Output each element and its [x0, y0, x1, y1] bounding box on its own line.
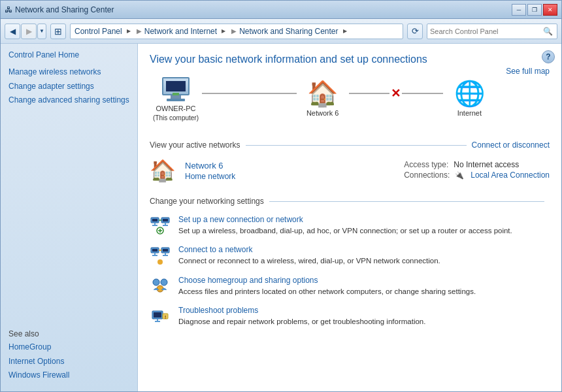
connections-row: Connections: 🔌 Local Area Connection: [404, 171, 550, 180]
svg-rect-7: [163, 225, 168, 226]
connect-network-link[interactable]: Connect to a network: [178, 245, 550, 254]
connect-network-desc: Connect or reconnect to a wireless, wire…: [178, 255, 550, 266]
see-also-title: See also: [8, 329, 129, 338]
homegroup-link[interactable]: Choose homegroup and sharing options: [178, 276, 550, 285]
internet-label: Internet: [457, 108, 482, 118]
svg-rect-13: [152, 249, 157, 252]
net-line-1: [202, 93, 297, 94]
settings-item-troubleshoot: ! Troubleshoot problems Diagnose and rep…: [150, 306, 550, 327]
svg-point-23: [161, 279, 167, 286]
settings-item-connect-network: Connect to a network Connect or reconnec…: [150, 245, 550, 266]
connection-type-icon: 🔌: [455, 171, 464, 180]
active-networks-divider: [246, 145, 467, 146]
sidebar-item-internet-options[interactable]: Internet Options: [8, 357, 129, 367]
pc-screen: [166, 81, 186, 91]
pc-base: [167, 99, 185, 101]
connect-network-icon: [150, 245, 171, 266]
globe-icon: 🌐: [454, 81, 485, 106]
active-net-info: Network 6 Home network: [185, 161, 404, 181]
restore-button[interactable]: ❐: [527, 4, 542, 16]
svg-rect-26: [154, 312, 161, 318]
homegroup-desc: Access files and printers located on oth…: [178, 286, 550, 297]
search-input[interactable]: [430, 27, 541, 35]
new-connection-desc: Set up a wireless, broadband, dial-up, a…: [178, 225, 550, 236]
breadcrumb-control-panel[interactable]: Control Panel: [74, 27, 122, 36]
forward-button[interactable]: ▶: [21, 24, 37, 39]
troubleshoot-text: Troubleshoot problems Diagnose and repai…: [178, 306, 550, 327]
active-networks-header: View your active networks Connect or dis…: [150, 140, 550, 150]
breadcrumb-network-internet[interactable]: Network and Internet: [144, 27, 217, 36]
local-area-connection-link[interactable]: Local Area Connection: [471, 171, 550, 180]
network6-label: Network 6: [306, 108, 339, 118]
sidebar-item-windows-firewall[interactable]: Windows Firewall: [8, 370, 129, 381]
sidebar-item-change-advanced[interactable]: Change advanced sharing settings: [8, 95, 129, 106]
address-bar: ◀ ▶ ▼ ⊞ Network 6 Control Panel ▶ ▶ Netw…: [1, 19, 561, 44]
svg-rect-1: [152, 219, 157, 221]
x-container: ✕: [389, 86, 402, 101]
breadcrumb-control-panel-dropdown[interactable]: ▶: [124, 25, 134, 38]
search-box: 🔍: [427, 24, 557, 39]
active-net-name[interactable]: Network 6: [185, 161, 404, 171]
troubleshoot-icon: !: [150, 306, 171, 327]
breadcrumb-bar: Network 6 Control Panel ▶ ▶ Network and …: [70, 24, 403, 39]
svg-rect-5: [163, 219, 168, 221]
path-icon: ⊞: [50, 24, 66, 39]
active-net-house-icon: 🏠: [150, 160, 176, 181]
homegroup-icon: [150, 276, 171, 297]
pc-monitor: [162, 77, 190, 95]
refresh-button[interactable]: ⟳: [407, 24, 423, 39]
access-type-row: Access type: No Internet access: [404, 160, 550, 169]
svg-rect-17: [163, 249, 168, 252]
sidebar-item-change-adapter[interactable]: Change adapter settings: [8, 82, 129, 92]
net-node-internet: 🌐 Internet: [443, 81, 495, 118]
breadcrumb-network-internet-dropdown[interactable]: ▶: [218, 25, 229, 38]
active-net-type[interactable]: Home network: [185, 172, 404, 181]
new-connection-icon: [150, 215, 171, 236]
back-button[interactable]: ◀: [5, 24, 20, 39]
house-icon: 🏠: [307, 81, 338, 106]
sidebar-item-manage-wireless[interactable]: Manage wireless networks: [8, 67, 129, 78]
svg-rect-27: [157, 319, 158, 321]
svg-rect-14: [154, 253, 156, 255]
close-button[interactable]: ✕: [543, 4, 557, 16]
settings-item-homegroup: Choose homegroup and sharing options Acc…: [150, 276, 550, 297]
connect-disconnect-link[interactable]: Connect or disconnect: [472, 140, 550, 150]
main-window: 🖧 Network and Sharing Center ─ ❐ ✕ ◀ ▶ ▼…: [0, 0, 562, 392]
search-icon[interactable]: 🔍: [541, 25, 554, 38]
svg-rect-19: [163, 255, 168, 256]
nav-dropdown-button[interactable]: ▼: [37, 24, 46, 39]
svg-rect-3: [152, 225, 157, 226]
homegroup-svg: [150, 276, 171, 297]
window-title: Network and Sharing Center: [15, 5, 114, 14]
svg-rect-2: [154, 223, 156, 225]
access-type-label: Access type:: [404, 160, 448, 169]
sidebar-spacer: [8, 110, 129, 327]
breadcrumb-network-sharing[interactable]: Network and Sharing Center: [239, 27, 338, 36]
page-title: View your basic network information and …: [150, 53, 550, 67]
networking-settings-divider: [269, 201, 544, 202]
content-area: ? View your basic network information an…: [138, 44, 561, 391]
sidebar-item-control-panel-home[interactable]: Control Panel Home: [8, 50, 129, 59]
networking-settings-header: Change your networking settings: [150, 197, 550, 206]
connect-network-svg: [150, 245, 171, 266]
help-button[interactable]: ?: [542, 50, 555, 63]
troubleshoot-svg: !: [150, 306, 171, 327]
owner-pc-label: OWNER-PC(This computer): [153, 104, 199, 123]
sidebar-item-homegroup[interactable]: HomeGroup: [8, 342, 129, 353]
troubleshoot-link[interactable]: Troubleshoot problems: [178, 306, 550, 315]
svg-point-22: [153, 279, 159, 286]
minimize-button[interactable]: ─: [512, 4, 526, 16]
sidebar: Control Panel Home Manage wireless netwo…: [1, 44, 138, 391]
svg-rect-18: [165, 253, 166, 255]
troubleshoot-desc: Diagnose and repair network problems, or…: [178, 316, 550, 327]
network-map-items: OWNER-PC(This computer) 🏠 Network 6 ✕: [150, 77, 495, 123]
main-content: Control Panel Home Manage wireless netwo…: [1, 44, 561, 391]
see-full-map-link[interactable]: See full map: [506, 67, 550, 76]
svg-rect-28: [155, 321, 160, 322]
breadcrumb-network-sharing-dropdown[interactable]: ▶: [340, 25, 350, 38]
net-line-broken: ✕: [349, 86, 444, 101]
new-connection-link[interactable]: Set up a new connection or network: [178, 215, 550, 224]
title-bar: 🖧 Network and Sharing Center ─ ❐ ✕: [1, 1, 561, 19]
window-icon: 🖧: [5, 5, 12, 14]
active-net-details: Access type: No Internet access Connecti…: [404, 160, 550, 181]
